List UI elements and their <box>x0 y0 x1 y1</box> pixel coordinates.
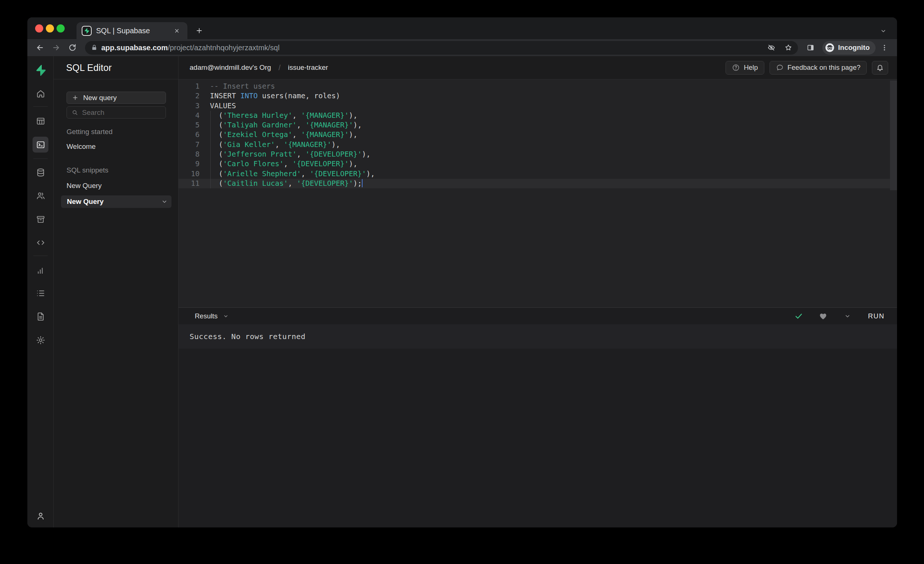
bookmark-star-icon[interactable] <box>782 41 795 54</box>
code-line[interactable]: 7 ('Gia Keller', '{MANAGER}'), <box>178 140 897 150</box>
rail-item-sql-editor[interactable] <box>33 137 48 153</box>
browser-window: SQL | Supabase app.supabase.com/project/… <box>27 17 897 527</box>
feedback-button[interactable]: Feedback on this page? <box>770 61 867 75</box>
code-line[interactable]: 9 ('Carlo Flores', '{DEVELOPER}'), <box>178 159 897 169</box>
supabase-logo-icon[interactable] <box>34 64 47 77</box>
tab-close-icon[interactable] <box>171 25 182 36</box>
eye-off-icon[interactable] <box>765 41 778 54</box>
results-label: Results <box>195 312 218 320</box>
main-content: adam@windmill.dev's Org / issue-tracker … <box>178 56 897 527</box>
incognito-label: Incognito <box>838 43 870 52</box>
indent-guide <box>210 111 211 120</box>
sql-editor[interactable]: 1-- Insert users2INSERT INTO users(name,… <box>178 79 897 307</box>
code-text: ('Taliyah Gardner', '{MANAGER}'), <box>210 120 362 130</box>
code-text: -- Insert users <box>210 82 275 91</box>
rail-item-authentication[interactable] <box>33 188 48 203</box>
indent-guide <box>210 120 211 130</box>
rail-item-database[interactable] <box>33 165 48 180</box>
window-minimize-button[interactable] <box>46 24 54 33</box>
results-bar: Results RUN <box>178 307 897 324</box>
search-box[interactable] <box>66 106 166 118</box>
results-dropdown[interactable]: Results <box>195 312 229 320</box>
rail-divider <box>33 159 48 159</box>
tab-title: SQL | Supabase <box>96 27 167 35</box>
new-tab-button[interactable] <box>192 24 206 37</box>
browser-tab[interactable]: SQL | Supabase <box>76 22 188 39</box>
rail-item-logs[interactable] <box>33 285 48 301</box>
code-line[interactable]: 11 ('Caitlin Lucas', '{DEVELOPER}'); <box>178 179 897 188</box>
code-line[interactable]: 8 ('Jefferson Pratt', '{DEVELOPER}'), <box>178 150 897 159</box>
side-panel-icon[interactable] <box>803 40 818 55</box>
rail-item-table-editor[interactable] <box>33 113 48 129</box>
code-line[interactable]: 1-- Insert users <box>178 82 897 91</box>
code-line[interactable]: 6 ('Ezekiel Ortega', '{MANAGER}'), <box>178 130 897 140</box>
line-number: 9 <box>178 159 200 169</box>
code-icon <box>36 238 45 247</box>
line-number: 5 <box>178 120 200 130</box>
indent-guide <box>210 169 211 179</box>
gear-icon <box>36 335 45 345</box>
new-query-button[interactable]: New query <box>66 91 166 104</box>
rail-item-storage[interactable] <box>33 211 48 227</box>
url-text: app.supabase.com/project/azahtnhqohyjerz… <box>101 43 761 52</box>
notifications-button[interactable] <box>872 61 888 75</box>
code-text: ('Arielle Shepherd', '{DEVELOPER}'), <box>210 169 375 179</box>
feedback-label: Feedback on this page? <box>788 64 860 72</box>
rail-account-button[interactable] <box>33 508 48 524</box>
rail-divider <box>33 256 48 256</box>
indent-guide <box>210 140 211 150</box>
reload-icon[interactable] <box>65 40 80 55</box>
file-text-icon <box>36 312 45 321</box>
line-number: 4 <box>178 111 200 120</box>
success-message: Success. No rows returned <box>190 332 306 341</box>
rail-item-reports[interactable] <box>33 262 48 278</box>
code-line[interactable]: 10 ('Arielle Shepherd', '{DEVELOPER}'), <box>178 169 897 179</box>
rail-item-edge-functions[interactable] <box>33 235 48 250</box>
sidebar-item-new-query[interactable]: New Query <box>66 182 102 190</box>
code-lines: 1-- Insert users2INSERT INTO users(name,… <box>178 79 897 188</box>
browser-toolbar: app.supabase.com/project/azahtnhqohyjerz… <box>27 39 897 56</box>
tab-list-chevron-icon[interactable] <box>878 25 889 37</box>
run-options-chevron-icon[interactable] <box>841 310 854 322</box>
line-number: 7 <box>178 140 200 150</box>
code-line[interactable]: 3VALUES <box>178 101 897 111</box>
chevron-down-icon[interactable] <box>161 198 168 205</box>
bar-chart-icon <box>36 266 45 275</box>
code-line[interactable]: 5 ('Taliyah Gardner', '{MANAGER}'), <box>178 120 897 130</box>
indent-guide <box>210 150 211 159</box>
search-input[interactable] <box>82 109 161 117</box>
page-title: SQL Editor <box>66 63 112 73</box>
lock-icon <box>91 44 98 51</box>
plus-icon <box>72 94 79 101</box>
help-button[interactable]: Help <box>726 61 764 75</box>
search-icon <box>71 109 78 116</box>
line-number: 1 <box>178 82 200 91</box>
address-bar[interactable]: app.supabase.com/project/azahtnhqohyjerz… <box>85 41 798 55</box>
breadcrumb-project[interactable]: issue-tracker <box>288 64 328 72</box>
incognito-icon <box>825 42 835 53</box>
back-icon[interactable] <box>33 40 47 55</box>
sidebar-item-new-query-active[interactable]: New Query <box>61 195 171 208</box>
sidebar-panel: SQL Editor New query Getting started Wel… <box>54 56 178 527</box>
rail-item-settings[interactable] <box>33 332 48 348</box>
breadcrumb-org[interactable]: adam@windmill.dev's Org <box>190 64 271 72</box>
indent-guide <box>210 179 211 188</box>
indent-guide <box>210 159 211 169</box>
table-icon <box>36 116 45 126</box>
rail-item-api-docs[interactable] <box>33 308 48 324</box>
sidebar-item-welcome[interactable]: Welcome <box>66 142 96 151</box>
browser-menu-icon[interactable] <box>877 40 892 55</box>
rail-item-home[interactable] <box>33 86 48 102</box>
panel-header: SQL Editor <box>54 56 178 79</box>
window-close-button[interactable] <box>35 24 43 33</box>
code-line[interactable]: 4 ('Theresa Hurley', '{MANAGER}'), <box>178 111 897 120</box>
forward-icon[interactable] <box>49 40 64 55</box>
results-empty-area <box>178 349 897 527</box>
code-text: ('Jefferson Pratt', '{DEVELOPER}'), <box>210 150 370 159</box>
header-actions: Help Feedback on this page? <box>726 61 888 75</box>
favorite-heart-icon[interactable] <box>817 310 830 322</box>
code-line[interactable]: 2INSERT INTO users(name, roles) <box>178 91 897 101</box>
window-zoom-button[interactable] <box>57 24 64 33</box>
editor-minimap[interactable] <box>890 81 897 190</box>
run-button[interactable]: RUN <box>868 312 885 320</box>
